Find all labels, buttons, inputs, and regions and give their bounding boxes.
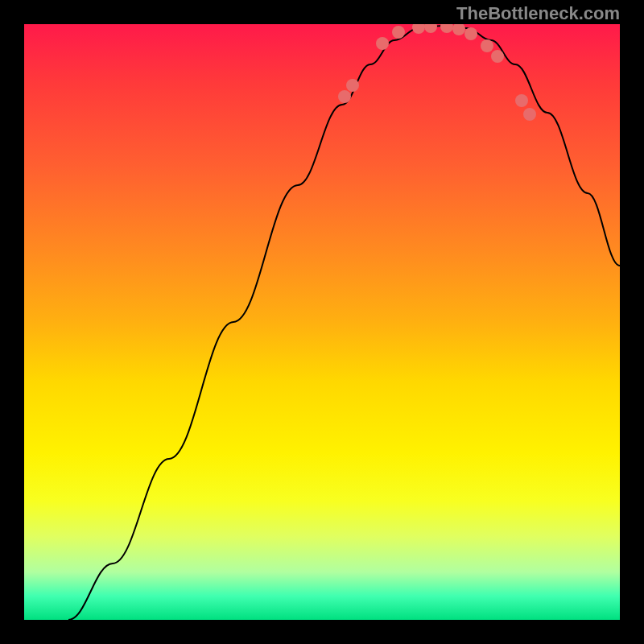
data-point bbox=[464, 27, 477, 40]
data-point bbox=[346, 79, 359, 92]
watermark-text: TheBottleneck.com bbox=[456, 3, 620, 24]
data-point bbox=[440, 24, 453, 33]
data-point bbox=[491, 50, 504, 63]
data-point bbox=[481, 39, 493, 52]
chart-svg bbox=[24, 24, 620, 620]
data-point bbox=[452, 24, 465, 35]
data-point bbox=[523, 108, 536, 121]
data-points bbox=[338, 24, 536, 121]
data-point bbox=[376, 37, 389, 50]
data-point bbox=[412, 24, 425, 34]
curve-line bbox=[68, 26, 620, 620]
data-point bbox=[392, 26, 405, 39]
data-point bbox=[424, 24, 437, 33]
data-point bbox=[515, 94, 528, 107]
chart-container bbox=[24, 24, 620, 620]
data-point bbox=[338, 90, 351, 103]
